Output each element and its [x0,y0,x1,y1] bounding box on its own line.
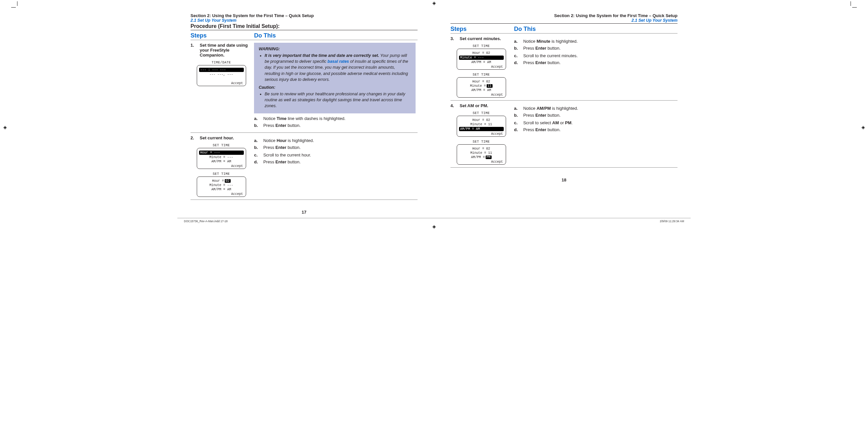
device-screen-set-time-2: SET TIME Hour = 02 Minute = 11 AM/PM = A… [451,73,512,98]
screen-line: AM/PM = AM [198,160,245,164]
device-screen-set-time-2: SET TIME Hour = 02 Minute = --- AM/PM = … [190,172,252,197]
step-text: Set current hour. [200,135,234,140]
substeps: a.Notice Minute is highlighted. b.Press … [514,39,676,50]
screen-line: AM/PM = AM [458,60,504,64]
screen-accept: Accept [458,64,504,69]
step-number: 2. [190,135,196,140]
device-screen-set-time-1: SET TIME Hour = 02 Minute = 11 AM/PM = A… [451,111,512,137]
col-dothis: Do This [254,30,417,40]
screen-line: Minute = 11 [458,122,504,127]
page-17: Section 2: Using the System for the Firs… [184,10,424,215]
caution-bullet: Be sure to review with your healthcare p… [265,91,411,109]
registration-mark-icon: ◈ [861,125,865,130]
substep-letter: b. [254,145,259,150]
rule [451,167,678,168]
screen-title: SET TIME [473,73,490,77]
substep-text: Scroll to the current hour. [263,152,311,158]
screen-line: AM/PM = PM [458,155,504,160]
substep-letter: c. [514,53,519,58]
substeps: a.Notice Hour is highlighted. b.Press En… [254,138,415,150]
rule [190,200,417,200]
step-2-left: 2. Set current hour. SET TIME Hour = ---… [190,133,254,200]
screen-line: Minute = --- [198,155,245,160]
screen-accept: Accept [458,132,504,136]
screen-highlighted-line: --- : --- --- [199,68,244,72]
warning-bold: It is very important that the time and d… [265,53,379,58]
section-header: Section 2: Using the System for the Firs… [190,13,417,18]
screen-accept: Accept [198,192,245,196]
page-18: Section 2: Using the System for the Firs… [444,10,684,215]
step-text: Set AM or PM. [460,103,488,108]
step-3-right: a.Notice Minute is highlighted. b.Press … [514,34,678,101]
substep-text: Press Enter button. [263,145,301,150]
device-screen-set-time-1: SET TIME Hour = 02 Minute = --- AM/PM = … [451,44,512,70]
registration-mark-icon: ◈ [432,1,436,5]
screen-highlighted-value: 11 [487,84,493,88]
footer-timestamp: 2/9/09 11:29:34 AM [660,219,684,223]
substeps: c.Scroll to select AM or PM. d.Press Ent… [514,120,676,132]
footer-filename: DOC15736_Rev-A-Man.indd 17-18 [184,219,228,223]
step-1-left: 1. Set time and date using your FreeStyl… [190,40,254,133]
substeps: a.Notice Time line with dashes is highli… [254,116,415,128]
screen-highlighted-value: PM [486,156,492,159]
section-subheader: 2.1 Set Up Your System [190,18,417,23]
substep-text: Notice Minute is highlighted. [523,39,578,44]
substep-text: Notice Hour is highlighted. [263,138,314,143]
crop-mark-tr [848,3,855,10]
step-number: 4. [451,103,456,108]
screen-line: Minute = --- [198,183,245,187]
substep-text: Notice Time line with dashes is highligh… [263,116,345,121]
screen-accept: Accept [198,164,245,168]
screen-line: Hour = 02 [458,79,504,84]
step-4-right: a.Notice AM/PM is highlighted. b.Press E… [514,101,678,168]
screen-title: SET TIME [213,144,230,147]
substep-letter: c. [514,120,519,125]
page-number: 18 [451,177,678,182]
substep-letter: b. [514,46,519,50]
substep-text: Press Enter button. [523,113,560,118]
substep-text: Press Enter button. [263,123,301,128]
substep-letter: a. [514,106,519,111]
substep-text: Notice AM/PM is highlighted. [523,106,578,111]
substep-text: Scroll to select AM or PM. [523,120,572,125]
substep-letter: d. [254,160,259,164]
substep-letter: a. [254,116,259,121]
substeps: a.Notice AM/PM is highlighted. b.Press E… [514,106,676,118]
screen-highlighted-line: Hour = --- [199,150,244,155]
substep-letter: d. [514,60,519,65]
substep-letter: a. [514,39,519,44]
steps-table: Steps Do This 1. Set time and date using… [190,30,417,200]
substep-text: Press Enter button. [523,46,560,50]
device-screen-time-date: TIME/DATE --- : --- --- --- ---, --- Acc… [190,61,252,86]
substep-letter: a. [254,138,259,143]
registration-mark-icon: ◈ [3,125,7,130]
substep-letter: c. [254,152,259,158]
screen-line: Minute = 11 [458,84,504,88]
screen-accept: Accept [458,92,504,97]
basal-rates-link: basal rates [328,59,349,64]
warning-heading: WARNING: [259,46,411,52]
screen-accept: Accept [198,81,245,85]
screen-title: SET TIME [213,172,230,176]
device-screen-set-time-2: SET TIME Hour = 02 Minute = 11 AM/PM = P… [451,140,512,165]
screen-line: --- ---, --- [198,72,245,77]
warning-bullet: It is very important that the time and d… [265,53,411,82]
screen-accept: Accept [458,160,504,164]
screen-highlighted-value: 02 [225,179,231,183]
crop-mark-tl [13,3,20,10]
screen-highlighted-line: Minute = --- [459,56,504,60]
procedure-title: Procedure (First Time Initial Setup): [190,23,417,29]
screen-line: Hour = 02 [458,118,504,122]
screen-line: Minute = 11 [458,151,504,155]
section-subheader: 2.1 Set Up Your System [451,18,678,23]
substep-letter: b. [254,123,259,128]
substep-text: Press Enter button. [523,127,560,132]
section-header: Section 2: Using the System for the Firs… [451,13,678,18]
device-screen-set-time-1: SET TIME Hour = --- Minute = --- AM/PM =… [190,144,252,169]
col-dothis: Do This [514,24,678,34]
registration-mark-icon: ◈ [432,224,436,229]
screen-title: SET TIME [473,44,490,48]
step-number: 1. [190,43,196,58]
substeps: c.Scroll to the current minutes. d.Press… [514,53,676,65]
screen-title: SET TIME [473,111,490,115]
